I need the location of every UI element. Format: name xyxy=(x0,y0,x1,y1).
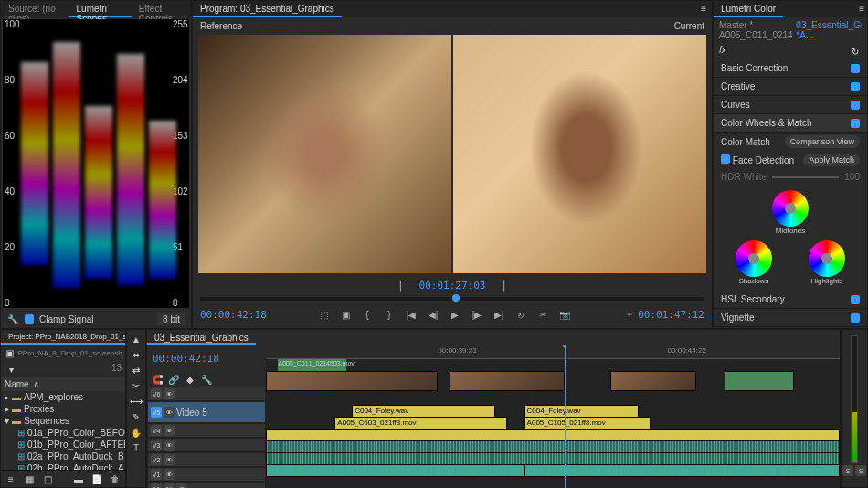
panel-menu-icon[interactable]: ≡ xyxy=(856,1,867,17)
compare-shot-icon[interactable]: ⬚ xyxy=(315,306,332,323)
trash-icon[interactable]: 🗑 xyxy=(109,472,122,485)
seq-02a[interactable]: 02a_PPro_AutoDuck_B xyxy=(27,451,124,461)
side-by-side-icon[interactable]: ▣ xyxy=(337,306,354,323)
clip-v6[interactable]: A005_C011_0214503.mov xyxy=(278,359,346,371)
ripple-tool-icon[interactable]: ⇄ xyxy=(130,364,143,377)
section-creative[interactable]: Creative xyxy=(721,81,755,91)
section-hsl-secondary[interactable]: HSL Secondary xyxy=(721,294,785,304)
seq-01b[interactable]: 01b_PPro_Color_AFTER xyxy=(27,440,125,450)
comparison-view-button[interactable]: Comparison View xyxy=(785,135,860,148)
mark-in-btn[interactable]: { xyxy=(359,306,376,323)
sequence-link[interactable]: 03_Essential_Graphics *A... xyxy=(796,20,862,40)
new-bin-icon[interactable]: ▬ xyxy=(72,472,85,485)
section-basic-correction[interactable]: Basic Correction xyxy=(721,63,788,73)
go-to-out-icon[interactable]: ▶| xyxy=(491,306,507,323)
basic-correction-checkbox[interactable] xyxy=(851,64,860,73)
button-editor-icon[interactable]: ＋ xyxy=(621,306,638,323)
icon-view-icon[interactable]: ▦ xyxy=(23,472,36,485)
filter-icon[interactable]: ▾ xyxy=(5,363,17,376)
clip-v3-a[interactable]: C004_Foley.wav xyxy=(352,405,495,418)
wrench-icon[interactable]: 🔧 xyxy=(6,313,19,325)
linked-icon[interactable]: 🔗 xyxy=(167,373,180,386)
extract-icon[interactable]: ✂ xyxy=(535,306,551,323)
clip-v5-d[interactable] xyxy=(725,371,793,391)
hsl-checkbox[interactable] xyxy=(851,295,860,304)
clip-v5-a[interactable] xyxy=(266,371,438,391)
program-timecode[interactable]: 00:01:27:03 xyxy=(419,280,486,292)
export-frame-icon[interactable]: 📷 xyxy=(556,306,573,323)
section-vignette[interactable]: Vignette xyxy=(721,313,755,323)
clip-v2-b[interactable]: A005_C105_021ff8.mov xyxy=(524,417,651,430)
step-back-icon[interactable]: ◀| xyxy=(425,306,441,323)
seq-02b[interactable]: 02b_PPro_AutoDuck_A xyxy=(27,463,124,470)
snap-icon[interactable]: 🧲 xyxy=(151,373,164,386)
tab-project[interactable]: Project: PPro_NAB2018_Drop_01_screenshot xyxy=(1,330,125,345)
clamp-checkbox[interactable] xyxy=(25,314,34,324)
step-fwd-icon[interactable]: |▶ xyxy=(469,306,485,323)
hand-tool-icon[interactable]: ✋ xyxy=(130,426,143,439)
tab-source[interactable]: Source: (no clips) xyxy=(1,1,69,17)
mute-btn[interactable]: S xyxy=(855,465,866,476)
mark-out-btn[interactable]: } xyxy=(381,306,397,323)
tab-lumetri-scopes[interactable]: Lumetri Scopes xyxy=(69,1,132,17)
section-curves[interactable]: Curves xyxy=(721,100,750,110)
clip-a3-b[interactable] xyxy=(524,464,840,477)
time-ruler[interactable]: 00:00:39:23 00:00:44:22 xyxy=(266,345,840,359)
list-view-icon[interactable]: ≡ xyxy=(5,472,17,485)
play-icon[interactable]: ▶ xyxy=(447,306,463,323)
current-frame xyxy=(453,35,706,273)
solo-btn[interactable]: S xyxy=(842,465,853,476)
clip-v5-c[interactable] xyxy=(610,371,696,391)
pen-tool-icon[interactable]: ✎ xyxy=(130,410,143,423)
vignette-checkbox[interactable] xyxy=(851,313,860,323)
freeform-icon[interactable]: ◫ xyxy=(41,472,54,485)
timeline-timecode[interactable]: 00:00:42:18 xyxy=(153,353,219,365)
mini-timeline[interactable] xyxy=(200,297,704,301)
clip-v5-b[interactable] xyxy=(450,371,565,391)
reset-icon[interactable]: ↻ xyxy=(849,45,862,58)
color-wheels-checkbox[interactable] xyxy=(851,119,860,128)
type-tool-icon[interactable]: T xyxy=(130,441,143,454)
marker-icon[interactable]: ◆ xyxy=(184,373,196,386)
sequence-in-timecode[interactable]: 00:00:42:18 xyxy=(200,309,267,321)
clip-a3-a[interactable] xyxy=(266,464,524,477)
lift-icon[interactable]: ⎋ xyxy=(513,306,529,323)
clip-v2-a[interactable]: A005_C603_021ff8.mov xyxy=(334,417,506,430)
clip-v3-b[interactable]: C004_Foley.wav xyxy=(524,405,640,418)
section-color-wheels[interactable]: Color Wheels & Match xyxy=(721,118,811,128)
bin-apm[interactable]: APM_explores xyxy=(24,392,83,402)
playhead[interactable] xyxy=(565,345,566,488)
clip-a1[interactable] xyxy=(266,440,840,453)
apply-match-button[interactable]: Apply Match xyxy=(803,154,860,166)
bit-depth-select[interactable]: 8 bit xyxy=(157,313,185,325)
go-to-in-icon[interactable]: |◀ xyxy=(403,306,419,323)
tab-program[interactable]: Program: 03_Essential_Graphics xyxy=(193,1,342,17)
mark-in-icon[interactable]: ⎡ xyxy=(394,277,410,293)
creative-checkbox[interactable] xyxy=(851,82,860,91)
sequence-out-timecode[interactable]: 00:01:47:12 xyxy=(638,309,704,321)
shadows-wheel[interactable] xyxy=(736,240,772,277)
mark-out-icon[interactable]: ⎤ xyxy=(494,277,511,293)
curves-checkbox[interactable] xyxy=(851,101,860,110)
face-detection-checkbox[interactable] xyxy=(721,154,730,164)
tab-effect-controls[interactable]: Effect Controls xyxy=(132,1,191,17)
razor-tool-icon[interactable]: ✂ xyxy=(130,379,143,392)
midtones-wheel[interactable] xyxy=(772,190,809,227)
hdr-white-value[interactable]: 100 xyxy=(844,172,860,182)
tab-timeline-seq[interactable]: 03_Essential_Graphics xyxy=(147,330,256,345)
new-item-icon[interactable]: 📄 xyxy=(90,472,103,485)
selection-tool-icon[interactable]: ▲ xyxy=(130,333,143,345)
clip-v1[interactable] xyxy=(266,429,840,441)
tab-lumetri-color[interactable]: Lumetri Color xyxy=(714,1,783,17)
bin-proxies[interactable]: Proxies xyxy=(24,404,54,414)
name-column[interactable]: Name xyxy=(5,379,29,389)
track-select-tool-icon[interactable]: ⬌ xyxy=(130,348,143,361)
clip-a2[interactable] xyxy=(266,452,840,465)
panel-menu-icon[interactable]: ≡ xyxy=(695,1,712,17)
bin-sequences[interactable]: Sequences xyxy=(24,416,69,426)
slip-tool-icon[interactable]: ⟷ xyxy=(130,395,143,408)
highlights-wheel[interactable] xyxy=(809,240,845,277)
settings-icon[interactable]: 🔧 xyxy=(200,373,213,386)
hdr-white-slider[interactable] xyxy=(772,176,839,178)
seq-01a[interactable]: 01a_PPro_Color_BEFO xyxy=(27,428,125,438)
